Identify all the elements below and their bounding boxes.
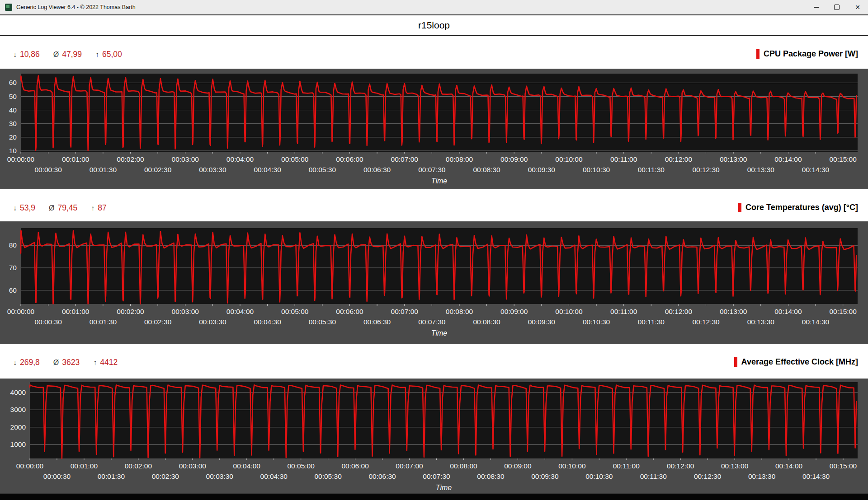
chart-plot[interactable] <box>21 74 858 154</box>
y-axis-label: 10 <box>0 146 17 156</box>
minimize-button[interactable] <box>806 0 826 14</box>
x-axis-label-offset: 00:06:30 <box>363 318 391 326</box>
chart-panel-core-temp: 60708000:00:0000:01:0000:02:0000:03:0000… <box>0 221 868 344</box>
series-label-cpu-power: CPU Package Power [W] <box>756 48 858 60</box>
x-axis-label-offset: 00:09:30 <box>528 166 555 174</box>
avg-icon: Ø <box>49 204 54 212</box>
y-axis-label: 1000 <box>0 439 26 449</box>
maximize-icon <box>834 5 840 10</box>
x-axis-label-offset: 00:05:30 <box>309 318 336 326</box>
max-arrow-icon: ↑ <box>91 204 94 212</box>
x-axis-label-offset: 00:10:30 <box>583 166 610 174</box>
x-axis-label-offset: 00:12:30 <box>692 318 719 326</box>
x-axis-label-offset: 00:01:30 <box>98 472 125 481</box>
x-axis-label: 00:01:00 <box>62 155 89 164</box>
x-axis-label-offset: 00:08:30 <box>477 472 504 481</box>
x-axis-label-offset: 00:11:30 <box>638 318 665 326</box>
y-axis-label: 60 <box>0 285 17 295</box>
x-axis-label: 00:06:00 <box>336 308 363 316</box>
x-axis-label: 00:10:00 <box>555 155 582 164</box>
x-axis-label-offset: 00:11:30 <box>638 166 665 174</box>
chart-plot[interactable] <box>30 382 858 461</box>
window-title: Generic Log Viewer 6.4 - © 2022 Thomas B… <box>16 4 136 10</box>
stat-min: ↓269,8 <box>13 358 40 367</box>
avg-icon: Ø <box>53 359 59 367</box>
x-axis-label-offset: 00:04:30 <box>254 318 281 326</box>
x-axis-label-offset: 00:11:30 <box>640 472 667 481</box>
x-axis-label-offset: 00:02:30 <box>152 472 179 481</box>
x-axis-label: 00:00:00 <box>7 308 34 316</box>
y-axis-label: 30 <box>0 119 17 129</box>
x-axis-label-offset: 00:13:30 <box>747 318 774 326</box>
x-axis-label: 00:07:00 <box>391 308 418 316</box>
app-window: Generic Log Viewer 6.4 - © 2022 Thomas B… <box>0 0 868 500</box>
maximize-button[interactable] <box>826 0 847 14</box>
series-label-core-temp: Core Temperatures (avg) [°C] <box>738 201 858 213</box>
titlebar: Generic Log Viewer 6.4 - © 2022 Thomas B… <box>0 0 868 14</box>
x-axis-label: 00:06:00 <box>341 462 368 470</box>
app-icon <box>5 4 12 11</box>
x-axis-title: Time <box>431 177 447 185</box>
x-axis-label-offset: 00:06:30 <box>363 166 391 174</box>
x-axis-label: 00:14:00 <box>775 462 802 470</box>
x-axis-label: 00:05:00 <box>281 308 308 316</box>
stat-max: ↑87 <box>91 203 106 213</box>
bottom-edge <box>0 494 868 500</box>
log-title: r15loop <box>418 20 450 31</box>
x-axis-label: 00:01:00 <box>62 308 89 316</box>
x-axis-label: 00:13:00 <box>721 462 748 470</box>
y-axis-label: 60 <box>0 78 17 88</box>
x-axis-label: 00:14:00 <box>774 308 802 316</box>
x-axis-label: 00:03:00 <box>172 308 199 316</box>
y-axis-label: 70 <box>0 263 17 273</box>
x-axis-label-offset: 00:00:30 <box>34 166 61 174</box>
x-axis-label: 00:15:00 <box>830 462 857 470</box>
x-axis-label: 00:13:00 <box>720 155 747 164</box>
x-axis-label-offset: 00:14:30 <box>802 318 829 326</box>
stats-row-core-temp: ↓53,9 Ø79,45 ↑87 <box>13 202 107 214</box>
x-axis-label: 00:02:00 <box>125 462 152 470</box>
x-axis-label-offset: 00:06:30 <box>368 472 396 481</box>
x-axis-label: 00:04:00 <box>226 155 254 164</box>
x-axis-label-offset: 00:04:30 <box>254 166 281 174</box>
x-axis-label: 00:08:00 <box>446 308 473 316</box>
x-axis-label: 00:11:00 <box>613 462 640 470</box>
x-axis-label-offset: 00:08:30 <box>473 318 500 326</box>
y-axis-label: 2000 <box>0 422 26 432</box>
x-axis-label: 00:07:00 <box>396 462 423 470</box>
x-axis-label-offset: 00:09:30 <box>531 472 558 481</box>
x-axis-label-offset: 00:14:30 <box>802 166 829 174</box>
x-axis-label-offset: 00:01:30 <box>90 166 117 174</box>
x-axis-label-offset: 00:00:30 <box>43 472 71 481</box>
x-axis-label: 00:04:00 <box>226 308 254 316</box>
x-axis-label-offset: 00:07:30 <box>423 472 450 481</box>
x-axis-label: 00:03:00 <box>172 155 199 164</box>
min-arrow-icon: ↓ <box>13 204 17 212</box>
chart-plot[interactable] <box>21 228 858 306</box>
x-axis-label-offset: 00:01:30 <box>90 318 117 326</box>
close-button[interactable]: ✕ <box>847 0 868 14</box>
x-axis-label: 00:12:00 <box>667 462 694 470</box>
x-axis-label-offset: 00:02:30 <box>144 166 171 174</box>
stats-row-cpu-power: ↓10,86 Ø47,99 ↑65,00 <box>13 48 122 60</box>
x-axis-label: 00:08:00 <box>450 462 477 470</box>
x-axis-label: 00:09:00 <box>500 308 528 316</box>
x-axis-label-offset: 00:03:30 <box>199 318 226 326</box>
x-axis-label-offset: 00:03:30 <box>199 166 226 174</box>
x-axis-label: 00:01:00 <box>71 462 98 470</box>
stat-min: ↓10,86 <box>13 50 40 59</box>
x-axis-label-offset: 00:03:30 <box>206 472 233 481</box>
x-axis-label-offset: 00:02:30 <box>144 318 171 326</box>
stat-max: ↑65,00 <box>95 50 122 59</box>
x-axis-label: 00:05:00 <box>281 155 308 164</box>
x-axis-label: 00:09:00 <box>504 462 531 470</box>
stat-avg: Ø79,45 <box>49 203 77 213</box>
x-axis-label-offset: 00:12:30 <box>694 472 721 481</box>
x-axis-label: 00:12:00 <box>665 155 692 164</box>
y-axis-label: 4000 <box>0 388 26 397</box>
x-axis-label-offset: 00:07:30 <box>418 166 445 174</box>
x-axis-label-offset: 00:10:30 <box>583 318 610 326</box>
chart-panel-effective-clock: 100020003000400000:00:0000:01:0000:02:00… <box>0 379 868 494</box>
x-axis-label: 00:05:00 <box>288 462 315 470</box>
x-axis-label-offset: 00:04:30 <box>260 472 288 481</box>
